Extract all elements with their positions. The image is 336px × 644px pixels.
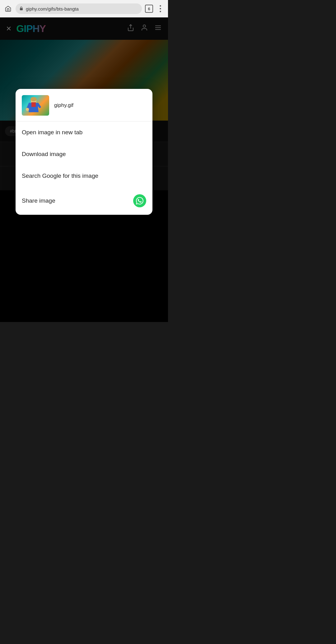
share-image-label: Share image (22, 197, 55, 204)
svg-point-9 (26, 108, 29, 111)
search-google-item[interactable]: Search Google for this image (16, 165, 152, 187)
svg-rect-0 (20, 8, 23, 10)
gif-thumbnail (22, 95, 49, 116)
gif-filename: giphy.gif (54, 102, 73, 108)
share-image-item[interactable]: Share image (16, 187, 152, 215)
search-google-label: Search Google for this image (22, 172, 98, 179)
download-image-label: Download image (22, 151, 66, 158)
svg-point-7 (30, 97, 37, 101)
download-image-item[interactable]: Download image (16, 143, 152, 165)
whatsapp-icon[interactable] (133, 194, 146, 207)
svg-rect-8 (31, 102, 36, 107)
home-icon[interactable] (4, 4, 12, 13)
open-image-new-tab-item[interactable]: Open image in new tab (16, 122, 152, 143)
context-menu: giphy.gif Open image in new tab Download… (16, 89, 152, 215)
lock-icon (19, 6, 23, 12)
address-bar[interactable]: giphy.com/gifs/bts-bangta (16, 3, 142, 14)
browser-menu-icon[interactable]: ⋮ (156, 4, 164, 14)
browser-chrome: giphy.com/gifs/bts-bangta 6 ⋮ (0, 0, 168, 17)
modal-gif-header: giphy.gif (16, 89, 152, 122)
open-image-new-tab-label: Open image in new tab (22, 129, 82, 136)
url-text: giphy.com/gifs/bts-bangta (26, 6, 138, 12)
tab-count[interactable]: 6 (145, 5, 153, 13)
